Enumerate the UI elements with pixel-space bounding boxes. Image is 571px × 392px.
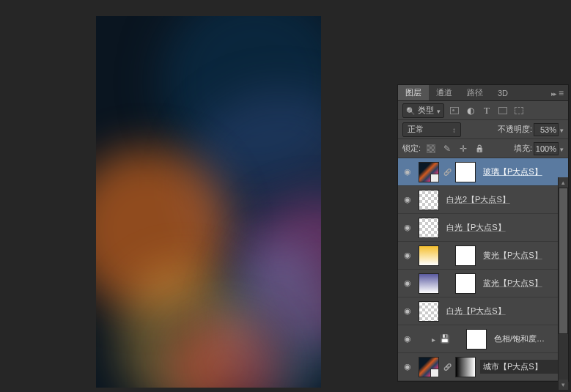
layer-thumbnail[interactable] [419, 273, 439, 294]
layer-list: 玻璃【P大点S】 白光2【P大点S】 白光【P大点S】 黄光【P大点S】 蓝光【… [398, 158, 568, 381]
tab-layers[interactable]: 图层 [398, 85, 429, 100]
opacity-input[interactable] [534, 123, 559, 136]
filter-type-label: 类型 [418, 105, 434, 116]
layer-thumbnail[interactable] [419, 357, 439, 377]
chevron-down-icon[interactable] [560, 125, 564, 134]
fill-input[interactable] [534, 142, 559, 155]
layer-row[interactable]: 白光2【P大点S】 [398, 186, 568, 214]
layer-row[interactable]: 玻璃【P大点S】 [398, 158, 568, 186]
layer-mask-thumbnail[interactable] [466, 329, 487, 350]
layer-name[interactable]: 白光【P大点S】 [443, 222, 565, 233]
layer-row[interactable]: 色相/饱和度… [398, 325, 568, 353]
opacity-field: 不透明度: [498, 123, 564, 136]
layers-panel: 图层 通道 路径 3D 类型 正常 不透明度: 锁定: [397, 84, 569, 382]
filter-shape-icon[interactable] [497, 105, 509, 117]
layer-row[interactable]: 白光【P大点S】 [398, 297, 568, 325]
link-icon [443, 169, 451, 176]
chevron-down-icon[interactable] [560, 144, 564, 153]
filter-smart-icon[interactable] [513, 105, 525, 117]
adjustment-icon [440, 334, 450, 344]
layer-mask-thumbnail[interactable] [455, 357, 476, 377]
layer-thumbnail[interactable] [419, 218, 439, 238]
layer-row[interactable]: 黄光【P大点S】 [398, 242, 568, 270]
filter-text-icon[interactable] [481, 105, 493, 117]
scroll-track[interactable] [559, 188, 568, 380]
layer-mask-thumbnail[interactable] [455, 273, 476, 294]
layer-name[interactable]: 黄光【P大点S】 [480, 250, 565, 261]
link-icon [443, 363, 451, 371]
visibility-toggle[interactable] [401, 333, 414, 346]
filter-adjustment-icon[interactable] [465, 105, 476, 117]
fill-field: 填充: [514, 142, 564, 155]
layer-thumbnail[interactable] [419, 245, 439, 266]
fill-label: 填充: [514, 143, 532, 154]
layer-mask-thumbnail[interactable] [455, 162, 476, 182]
layer-scrollbar[interactable]: ▴ ▾ [558, 177, 568, 390]
scroll-down-button[interactable]: ▾ [559, 380, 568, 390]
layer-row[interactable]: 白光【P大点S】 [398, 214, 568, 242]
blend-mode-dropdown[interactable]: 正常 [402, 122, 461, 137]
tab-channels[interactable]: 通道 [429, 85, 460, 100]
collapse-panel-icon[interactable] [551, 89, 556, 97]
lock-transparency-icon[interactable] [425, 143, 437, 155]
lock-all-icon[interactable] [474, 143, 485, 155]
layer-row[interactable]: 蓝光【P大点S】 [398, 270, 568, 297]
panel-tab-bar: 图层 通道 路径 3D [398, 85, 568, 101]
blend-mode-value: 正常 [408, 124, 424, 135]
visibility-toggle[interactable] [401, 166, 414, 179]
tab-3d[interactable]: 3D [490, 85, 515, 100]
layer-name[interactable]: 蓝光【P大点S】 [480, 278, 565, 289]
updown-icon [452, 125, 456, 134]
scroll-thumb[interactable] [559, 188, 568, 334]
visibility-toggle[interactable] [401, 249, 414, 262]
layer-thumbnail[interactable] [419, 162, 439, 182]
filter-pixel-icon[interactable] [449, 105, 460, 117]
lock-toolbar: 锁定: 填充: [398, 139, 568, 158]
layer-thumbnail[interactable] [419, 190, 439, 210]
layer-name[interactable]: 城市【P大点S】 [480, 360, 565, 374]
layer-mask-thumbnail[interactable] [455, 245, 476, 266]
visibility-toggle[interactable] [401, 277, 414, 290]
layer-row[interactable]: 城市【P大点S】 [398, 353, 568, 381]
layer-name[interactable]: 色相/饱和度… [491, 333, 565, 344]
layer-name[interactable]: 白光【P大点S】 [443, 306, 565, 317]
blend-toolbar: 正常 不透明度: [398, 120, 568, 139]
scroll-up-button[interactable]: ▴ [559, 177, 568, 188]
lock-label: 锁定: [402, 143, 421, 154]
layer-thumbnail[interactable] [419, 301, 439, 322]
visibility-toggle[interactable] [401, 360, 414, 374]
search-icon [406, 106, 415, 115]
visibility-toggle[interactable] [401, 221, 414, 234]
canvas-preview[interactable] [96, 16, 321, 388]
opacity-label: 不透明度: [498, 124, 532, 135]
visibility-toggle[interactable] [401, 305, 414, 318]
lock-pixels-icon[interactable] [441, 143, 453, 155]
expand-icon[interactable] [432, 335, 435, 344]
chevron-down-icon [437, 106, 441, 115]
filter-toolbar: 类型 [398, 101, 568, 120]
panel-menu-icon[interactable] [559, 88, 564, 98]
layer-name[interactable]: 白光2【P大点S】 [443, 194, 565, 205]
tab-paths[interactable]: 路径 [460, 85, 490, 100]
visibility-toggle[interactable] [401, 193, 414, 207]
lock-position-icon[interactable] [457, 143, 469, 155]
filter-type-dropdown[interactable]: 类型 [402, 103, 444, 118]
layer-name[interactable]: 玻璃【P大点S】 [480, 166, 565, 177]
